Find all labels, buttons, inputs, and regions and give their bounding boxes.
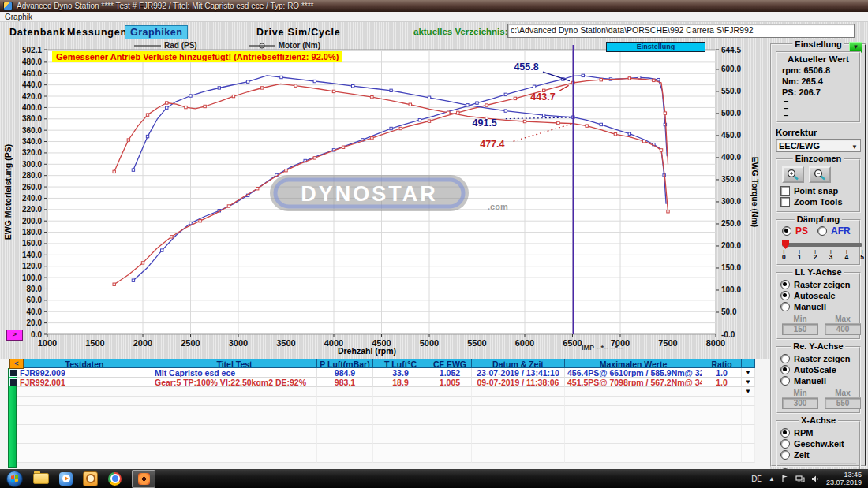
x-axis-title: X-Achse bbox=[799, 415, 838, 425]
left-y-min-field[interactable]: 150 bbox=[782, 324, 818, 335]
table-row[interactable]: FJR992.001Gear:5 TP:100% VI:22.50kgm2 DE… bbox=[17, 378, 756, 387]
svg-text:480.0: 480.0 bbox=[22, 58, 42, 66]
network-icon[interactable] bbox=[795, 475, 805, 483]
svg-text:502.1: 502.1 bbox=[22, 46, 42, 54]
tab-datenbank[interactable]: Datenbank bbox=[9, 27, 65, 38]
radio-afr[interactable]: AFR bbox=[817, 225, 851, 237]
radio-icon bbox=[780, 365, 790, 374]
dyno-plot[interactable]: 502.1480.0460.0440.0420.0400.0380.0360.0… bbox=[0, 41, 772, 359]
column-header[interactable]: P Luft(mBar) bbox=[317, 359, 373, 368]
action-center-flag-icon[interactable] bbox=[781, 475, 789, 483]
dash-placeholder: – bbox=[784, 105, 856, 111]
current-value-box: Aktueller Wert rpm: 6506.8 Nm: 265.4 PS:… bbox=[776, 51, 861, 123]
column-header[interactable]: T Luft°C bbox=[373, 359, 428, 368]
einstellung-button[interactable]: Einstellung bbox=[606, 42, 705, 52]
radio-raster-zeigen[interactable]: Raster zeigen bbox=[780, 354, 856, 363]
svg-text:500.0: 500.0 bbox=[721, 109, 741, 117]
taskbar-clock[interactable]: 13:45 23.07.2019 bbox=[826, 471, 862, 486]
slider-tick-label: 3 bbox=[829, 250, 833, 261]
min-label: Min bbox=[782, 389, 818, 398]
radio-raster-zeigen[interactable]: Raster zeigen bbox=[780, 280, 856, 289]
zoom-in-button[interactable] bbox=[782, 166, 804, 183]
svg-text:420.0: 420.0 bbox=[22, 92, 42, 101]
row-dropdown-icon[interactable]: ▼ bbox=[742, 387, 755, 397]
column-header[interactable]: Datum & Zeit bbox=[472, 359, 565, 368]
radio-zeit[interactable]: Zeit bbox=[780, 450, 856, 460]
slider-tick-label: 5 bbox=[860, 250, 864, 261]
radio-ps[interactable]: PS bbox=[782, 225, 808, 237]
damping-box: Dämpfung PSAFR 012345 bbox=[776, 219, 861, 266]
test-table-panel: < TestdatenTitel TestP Luft(mBar)T Luft°… bbox=[0, 359, 770, 469]
collapse-table-button[interactable]: < bbox=[9, 359, 24, 369]
table-header-row: TestdatenTitel TestP Luft(mBar)T Luft°CC… bbox=[17, 359, 756, 368]
chart-area: Rad (PS)Motor (Nm) Einstellung 502.1480.… bbox=[0, 41, 772, 359]
column-header[interactable]: Ratio bbox=[702, 359, 742, 368]
row-dropdown-icon[interactable]: ▼ bbox=[742, 368, 755, 378]
window-titlebar[interactable]: Advanced Dyno Station **** Test # FJR992… bbox=[0, 0, 868, 12]
table-row[interactable]: FJR992.009Mit Capristo esd ece984.933.91… bbox=[17, 368, 756, 378]
drivetrain-loss-banner: Gemessener Antrieb Verluste hinzugefügt!… bbox=[52, 51, 342, 62]
cell-ratio: 1.0 bbox=[702, 378, 742, 387]
dyno-app-taskbar-button[interactable] bbox=[132, 470, 155, 488]
legend-marker-icon bbox=[249, 43, 275, 49]
radio-geschw-keit[interactable]: Geschw.keit bbox=[780, 439, 856, 449]
radio-manuell[interactable]: Manuell bbox=[780, 302, 856, 311]
cell-max_werte: 451.5PS@ 7098rpm / 567.2Nm@ 3442r bbox=[565, 378, 702, 387]
svg-text:40.0: 40.0 bbox=[27, 307, 43, 316]
sidebar-title: Einstellung bbox=[792, 39, 844, 49]
svg-text:380.0: 380.0 bbox=[22, 114, 42, 123]
left-y-max-field[interactable]: 400 bbox=[825, 324, 861, 335]
current-ps: PS: 206.7 bbox=[782, 88, 856, 97]
zoom-box: Einzoomen bbox=[776, 158, 861, 213]
column-header[interactable]: CF EWG bbox=[428, 359, 472, 368]
test-table: TestdatenTitel TestP Luft(mBar)T Luft°CC… bbox=[17, 359, 756, 463]
zoom-box-title: Einzoomen bbox=[793, 154, 844, 163]
zoom-out-button[interactable] bbox=[809, 166, 831, 183]
screen-capture-icon[interactable] bbox=[83, 471, 98, 486]
svg-text:120.0: 120.0 bbox=[22, 262, 42, 270]
radio-manuell[interactable]: Manuell bbox=[780, 376, 856, 386]
volume-icon[interactable] bbox=[811, 475, 820, 483]
chrome-icon[interactable] bbox=[108, 472, 122, 486]
damping-slider[interactable] bbox=[782, 240, 855, 249]
option-label: Manuell bbox=[794, 302, 826, 311]
column-header[interactable] bbox=[742, 359, 755, 368]
svg-text:140.0: 140.0 bbox=[22, 251, 42, 259]
menu-item-graphik[interactable]: Graphik bbox=[5, 13, 32, 21]
radio-icon bbox=[780, 439, 790, 449]
radio-autoscale[interactable]: AutoScale bbox=[780, 365, 856, 374]
row-dropdown-icon[interactable]: ▼ bbox=[742, 378, 755, 387]
option-label: Geschw.keit bbox=[794, 439, 844, 449]
tab-messungen[interactable]: Messungen bbox=[67, 27, 127, 38]
right-y-min-field[interactable]: 300 bbox=[782, 398, 818, 409]
current-directory-input[interactable]: c:\Advanced Dyno Station\data\PORSCHE\99… bbox=[507, 24, 855, 38]
checkbox-point-snap[interactable]: Point snap bbox=[780, 186, 856, 196]
language-indicator[interactable]: DE bbox=[751, 475, 762, 483]
slider-thumb[interactable] bbox=[782, 240, 789, 249]
annotation-label: 477.4 bbox=[480, 139, 504, 150]
svg-text:600.0: 600.0 bbox=[721, 65, 741, 73]
radio-icon bbox=[817, 226, 827, 236]
tray-expand-icon[interactable]: ▲ bbox=[769, 475, 775, 482]
tab-graphiken[interactable]: Graphiken bbox=[125, 25, 188, 39]
svg-text:7500: 7500 bbox=[658, 338, 677, 348]
correction-dropdown[interactable]: EEC/EWG bbox=[776, 139, 861, 152]
svg-text:550.0: 550.0 bbox=[721, 87, 741, 95]
max-label: Max bbox=[825, 389, 861, 398]
column-header[interactable]: Maximalen Werte bbox=[565, 359, 702, 368]
svg-text:300.0: 300.0 bbox=[721, 197, 741, 206]
media-player-icon[interactable] bbox=[59, 472, 73, 486]
column-header[interactable]: Testdaten bbox=[17, 359, 152, 368]
column-header[interactable]: Titel Test bbox=[152, 359, 317, 368]
next-page-button[interactable]: > bbox=[6, 330, 23, 341]
row-selector[interactable] bbox=[9, 369, 17, 377]
file-explorer-icon[interactable] bbox=[33, 473, 49, 484]
row-selector[interactable] bbox=[9, 378, 17, 386]
radio-rpm[interactable]: RPM bbox=[780, 428, 856, 438]
radio-autoscale[interactable]: Autoscale bbox=[780, 291, 856, 300]
right-y-max-field[interactable]: 550 bbox=[825, 398, 861, 409]
legend-marker-icon bbox=[134, 43, 161, 49]
start-button[interactable] bbox=[6, 471, 23, 487]
checkbox-zoom-tools[interactable]: Zoom Tools bbox=[780, 197, 856, 207]
tab-drive-sim-cycle[interactable]: Drive Sim/Cycle bbox=[256, 27, 341, 38]
